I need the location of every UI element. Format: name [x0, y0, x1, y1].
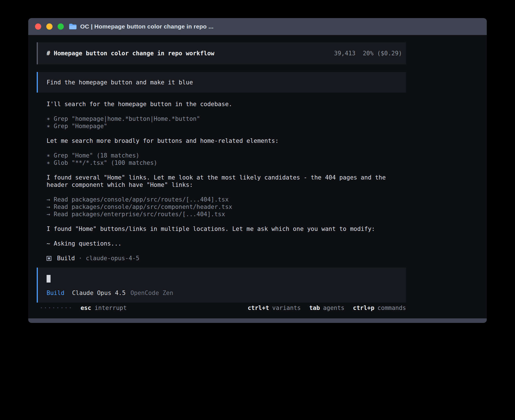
tool-call-grep: ∗ Grep "homepage|home.*button|Home.*butt… — [47, 115, 392, 123]
variants-label: variants — [272, 305, 301, 311]
status-bar: ········ esc interrupt ctrl+t variants t… — [37, 305, 406, 311]
tool-call-grep: ∗ Grep "Homepage" — [47, 123, 392, 130]
build-agent-icon — [47, 256, 51, 261]
status-left: ········ esc interrupt — [37, 305, 127, 311]
terminal-content: # Homepage button color change in repo w… — [28, 35, 487, 318]
assistant-status: ~ Asking questions... — [47, 240, 392, 247]
conversation: I'll search for the homepage button in t… — [47, 100, 392, 269]
agents-hint: tab agents — [309, 305, 344, 311]
prompt-input[interactable]: Build Claude Opus 4.5 OpenCode Zen — [37, 268, 406, 303]
folder-icon — [69, 23, 77, 30]
tool-call-read: → Read packages/enterprise/src/routes/[.… — [47, 211, 392, 218]
esc-key-hint: esc — [80, 305, 91, 311]
terminal-window: OC | Homepage button color change in rep… — [28, 18, 487, 323]
agent-status-line: Build · claude-opus-4-5 — [47, 255, 392, 262]
assistant-text: Let me search more broadly for buttons a… — [47, 137, 392, 145]
window-title: OC | Homepage button color change in rep… — [80, 23, 213, 30]
minimize-button[interactable] — [46, 23, 53, 30]
session-title: # Homepage button color change in repo w… — [47, 50, 214, 57]
commands-hint: ctrl+p commands — [353, 305, 406, 311]
assistant-text: I'll search for the homepage button in t… — [47, 100, 392, 108]
spinner-dots: ········ — [40, 305, 73, 311]
tool-call-grep: ∗ Grep "Home" (18 matches) — [47, 152, 392, 159]
tab-key-hint: tab — [309, 305, 320, 311]
agent-separator: · — [78, 255, 82, 262]
user-message-text: Find the homepage button and make it blu… — [47, 79, 193, 86]
agent-model: claude-opus-4-5 — [86, 255, 139, 262]
traffic-lights — [35, 23, 64, 30]
agent-name: Build — [57, 255, 75, 262]
session-header: # Homepage button color change in repo w… — [37, 42, 406, 64]
token-count: 39,413 — [334, 50, 355, 57]
zoom-button[interactable] — [58, 23, 64, 30]
assistant-text: I found "Home" buttons/links in multiple… — [47, 225, 392, 233]
agents-label: agents — [323, 305, 344, 311]
context-cost: 20% ($0.29) — [363, 50, 402, 57]
text-cursor — [47, 275, 51, 283]
provider-label: OpenCode Zen — [130, 290, 173, 296]
ctrl-t-key-hint: ctrl+t — [248, 305, 269, 311]
tool-call-read: → Read packages/console/app/src/routes/[… — [47, 196, 392, 203]
variants-hint: ctrl+t variants — [248, 305, 301, 311]
input-meta: Build Claude Opus 4.5 OpenCode Zen — [47, 290, 173, 296]
close-button[interactable] — [35, 23, 41, 30]
esc-key-label: interrupt — [95, 305, 127, 311]
session-meta: 39,413 20% ($0.29) — [334, 50, 402, 57]
title-bar[interactable]: OC | Homepage button color change in rep… — [28, 18, 487, 35]
ctrl-p-key-hint: ctrl+p — [353, 305, 374, 311]
model-label[interactable]: Claude Opus 4.5 — [72, 290, 126, 296]
assistant-text: I found several "Home" links. Let me loo… — [47, 174, 392, 189]
tool-call-glob: ∗ Glob "**/*.tsx" (100 matches) — [47, 159, 392, 167]
user-message: Find the homepage button and make it blu… — [37, 72, 406, 93]
mode-label[interactable]: Build — [47, 290, 64, 296]
commands-label: commands — [377, 305, 406, 311]
status-right: ctrl+t variants tab agents ctrl+p comman… — [248, 305, 406, 311]
tool-call-read: → Read packages/console/app/src/componen… — [47, 203, 392, 211]
